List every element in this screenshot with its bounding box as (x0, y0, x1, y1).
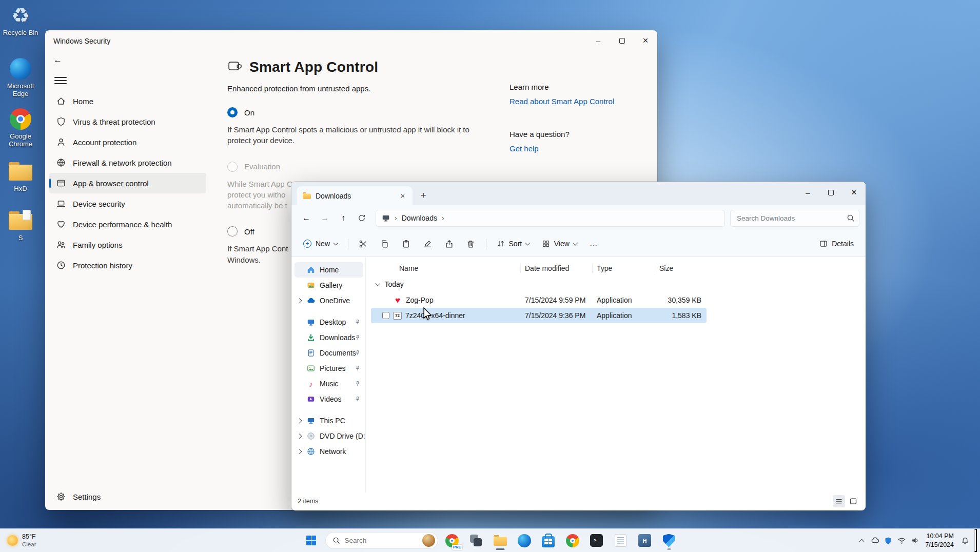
row-checkbox[interactable] (382, 312, 389, 319)
collapse-chevron-icon[interactable] (376, 281, 380, 286)
weather-widget[interactable]: 85°F Clear (1, 530, 42, 551)
desktop-icon-google-chrome[interactable]: Google Chrome (0, 108, 42, 148)
sidebar-item-music[interactable]: ♪ Music (295, 376, 363, 391)
tab-close-button[interactable]: × (397, 190, 408, 202)
nav-item-account-protection[interactable]: Account protection (49, 132, 206, 152)
tray-security-button[interactable] (881, 531, 895, 550)
more-options-button[interactable]: … (583, 235, 604, 253)
radio-unselected-icon[interactable] (227, 226, 238, 236)
sidebar-item-downloads[interactable]: Downloads (295, 330, 363, 345)
search-input[interactable] (737, 214, 847, 222)
taskbar-app-file-explorer[interactable] (490, 530, 511, 551)
radio-disabled-icon[interactable] (227, 162, 238, 172)
nav-item-firewall-network[interactable]: Firewall & network protection (49, 152, 206, 173)
group-header-today[interactable]: Today (371, 276, 866, 292)
radio-option-evaluation[interactable]: Evaluation (227, 162, 473, 172)
file-row-zog-pop[interactable]: ♥ Zog-Pop 7/15/2024 9:59 PM Application … (371, 292, 707, 308)
nav-item-home[interactable]: Home (49, 91, 206, 111)
delete-button[interactable] (461, 235, 481, 253)
sidebar-item-dvd-drive[interactable]: DVD Drive (D:) C (295, 428, 363, 444)
taskbar-app-microsoft-store[interactable] (538, 530, 559, 551)
desktop-icon-hxd[interactable]: HxD (0, 160, 42, 193)
taskbar-app-hxd[interactable]: H (635, 530, 655, 551)
sidebar-item-gallery[interactable]: Gallery (295, 278, 363, 293)
list-view-button[interactable] (833, 495, 845, 507)
search-highlight-thumbnail[interactable] (422, 534, 435, 547)
taskbar-app-task-view[interactable] (466, 530, 486, 551)
sidebar-item-documents[interactable]: Documents (295, 345, 363, 361)
expand-chevron-icon[interactable] (297, 418, 302, 423)
hidden-icons-button[interactable] (855, 531, 868, 550)
sidebar-item-home[interactable]: Home (295, 262, 363, 278)
column-header-size[interactable]: Size (655, 264, 707, 273)
minimize-button[interactable]: – (796, 182, 819, 203)
sidebar-item-this-pc[interactable]: This PC (295, 413, 363, 428)
expand-chevron-icon[interactable] (297, 298, 302, 303)
start-button[interactable] (301, 530, 322, 551)
sidebar-item-desktop[interactable]: Desktop (295, 314, 363, 330)
radio-option-on[interactable]: On (227, 107, 473, 117)
sort-button[interactable]: Sort (491, 235, 535, 253)
large-icons-view-button[interactable] (847, 495, 859, 507)
minimize-button[interactable]: – (586, 30, 610, 51)
taskbar-app-windows-security[interactable] (659, 530, 679, 551)
sidebar-item-videos[interactable]: Videos (295, 391, 363, 407)
taskbar-app-chrome[interactable] (562, 530, 583, 551)
desktop-icon-microsoft-edge[interactable]: Microsoft Edge (0, 57, 42, 98)
show-desktop-button[interactable] (974, 529, 977, 552)
view-button[interactable]: View (536, 235, 583, 253)
maximize-button[interactable] (610, 30, 634, 51)
close-button[interactable]: × (842, 182, 866, 203)
taskbar-app-edge[interactable] (514, 530, 535, 551)
taskbar-search[interactable] (325, 532, 438, 549)
new-button[interactable]: + New (298, 235, 343, 253)
nav-item-family-options[interactable]: Family options (49, 234, 206, 255)
taskbar-app-preview[interactable]: PRE (442, 530, 462, 551)
nav-forward-button[interactable]: → (316, 209, 334, 227)
details-pane-button[interactable]: Details (814, 235, 859, 253)
cut-button[interactable] (353, 235, 374, 253)
tray-onedrive-button[interactable] (868, 531, 881, 550)
tab-downloads[interactable]: Downloads × (297, 186, 413, 205)
sidebar-item-pictures[interactable]: Pictures (295, 361, 363, 376)
new-tab-button[interactable]: + (415, 187, 432, 204)
close-button[interactable]: × (634, 30, 657, 51)
nav-back-button[interactable]: ← (298, 209, 315, 227)
maximize-button[interactable] (819, 182, 842, 203)
address-bar[interactable]: › Downloads › (376, 210, 725, 227)
breadcrumb-downloads[interactable]: Downloads (402, 214, 437, 222)
sidebar-item-network[interactable]: Network (295, 444, 363, 459)
expand-chevron-icon[interactable] (297, 449, 302, 454)
get-help-link[interactable]: Get help (509, 144, 614, 153)
column-header-type[interactable]: Type (593, 264, 655, 273)
nav-item-app-browser-control[interactable]: App & browser control (49, 173, 206, 193)
back-button[interactable]: ← (53, 53, 71, 67)
clock-widget[interactable]: 10:04 PM 7/15/2024 (922, 532, 958, 549)
tray-volume-button[interactable] (908, 531, 922, 550)
share-button[interactable] (439, 235, 460, 253)
sidebar-item-onedrive[interactable]: OneDrive (295, 293, 363, 308)
taskbar-app-notepad[interactable] (611, 530, 631, 551)
nav-item-device-performance-health[interactable]: Device performance & health (49, 214, 206, 234)
nav-item-protection-history[interactable]: Protection history (49, 255, 206, 275)
expand-chevron-icon[interactable] (297, 433, 302, 438)
read-about-link[interactable]: Read about Smart App Control (509, 97, 614, 106)
nav-item-virus-threat-protection[interactable]: Virus & threat protection (49, 111, 206, 132)
desktop-icon-recycle-bin[interactable]: ♻ Recycle Bin (0, 4, 42, 37)
paste-button[interactable] (396, 235, 417, 253)
copy-button[interactable] (375, 235, 395, 253)
column-header-date-modified[interactable]: Date modified (521, 264, 593, 273)
hamburger-menu-button[interactable] (54, 75, 67, 86)
notifications-button[interactable] (958, 531, 972, 550)
desktop-icon-s[interactable]: S (0, 209, 42, 242)
taskbar-search-input[interactable] (345, 537, 418, 544)
nav-item-device-security[interactable]: Device security (49, 193, 206, 214)
nav-item-settings[interactable]: Settings (49, 486, 206, 507)
tray-network-button[interactable] (895, 531, 908, 550)
refresh-button[interactable] (353, 209, 370, 227)
column-header-name[interactable]: Name (371, 264, 521, 273)
taskbar-app-terminal[interactable]: >_ (586, 530, 607, 551)
nav-up-button[interactable]: ↑ (335, 209, 352, 227)
rename-button[interactable] (418, 235, 438, 253)
radio-selected-icon[interactable] (227, 107, 238, 117)
